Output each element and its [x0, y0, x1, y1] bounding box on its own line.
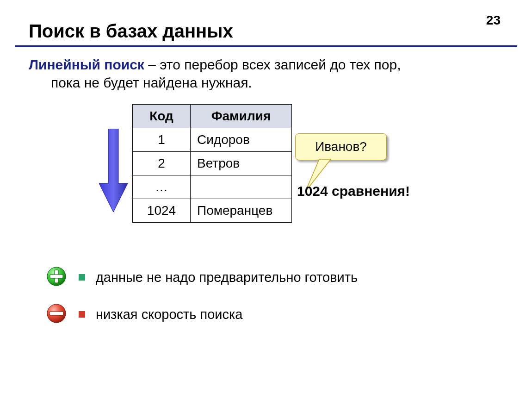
table-row: 2 Ветров — [133, 152, 292, 175]
plus-circle-icon — [46, 266, 67, 288]
pro-text: данные не надо предварительно готовить — [96, 270, 358, 285]
con-text: низкая скорость поиска — [96, 307, 243, 322]
svg-rect-6 — [49, 312, 63, 315]
cell-name: Померанцев — [191, 199, 292, 223]
col-header-code: Код — [133, 105, 191, 128]
callout-text: Иванов? — [315, 139, 367, 154]
cell-name — [191, 175, 292, 199]
down-arrow-icon — [99, 129, 128, 212]
slide-title: Поиск в базах данных — [29, 21, 233, 42]
definition-rest1: – это перебор всех записей до тех пор, — [144, 57, 401, 72]
minus-circle-icon — [46, 303, 67, 325]
definition-paragraph: Линейный поиск – это перебор всех записе… — [29, 56, 504, 92]
bullet-icon — [79, 274, 85, 281]
pro-point: данные не надо предварительно готовить — [46, 266, 358, 288]
cell-code: 1 — [133, 128, 191, 152]
cell-code: 2 — [133, 152, 191, 175]
cell-code: 1024 — [133, 199, 191, 223]
table-row: 1 Сидоров — [133, 128, 292, 152]
definition-term: Линейный поиск — [29, 57, 144, 72]
svg-rect-4 — [55, 275, 58, 278]
comparisons-note: 1024 сравнения! — [297, 183, 410, 199]
page-number: 23 — [486, 13, 501, 28]
cell-name: Сидоров — [191, 128, 292, 152]
data-table: Код Фамилия 1 Сидоров 2 Ветров … — [132, 104, 292, 223]
col-header-name: Фамилия — [191, 105, 292, 128]
search-callout: Иванов? — [295, 133, 387, 160]
definition-rest2: пока не будет найдена нужная. — [29, 74, 504, 92]
con-point: низкая скорость поиска — [46, 303, 242, 325]
slide: 23 Поиск в базах данных Линейный поиск –… — [0, 0, 532, 400]
cell-code: … — [133, 175, 191, 199]
table-row: … — [133, 175, 292, 199]
title-rule — [15, 45, 517, 47]
table-row: 1024 Померанцев — [133, 199, 292, 223]
bullet-icon — [79, 311, 85, 318]
table-header-row: Код Фамилия — [133, 105, 292, 128]
cell-name: Ветров — [191, 152, 292, 175]
